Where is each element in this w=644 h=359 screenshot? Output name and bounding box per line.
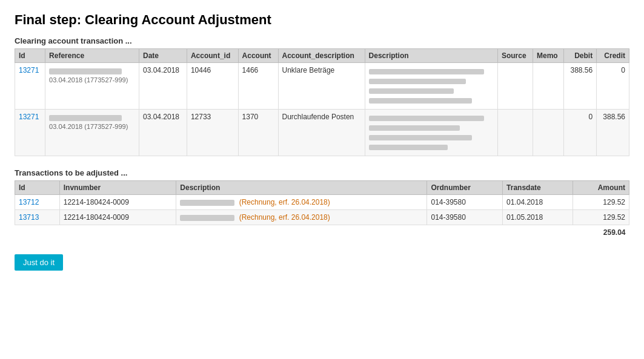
row2-source — [497, 110, 533, 156]
row2-account-description: Durchlaufende Posten — [278, 110, 365, 156]
row2-credit: 388.56 — [597, 110, 629, 156]
row2-description — [365, 110, 497, 156]
section2-label: Transactions to be adjusted ... — [15, 168, 629, 177]
trans-row1-id-link[interactable]: 13712 — [19, 198, 39, 206]
transactions-table: Id Invnumber Description Ordnumber Trans… — [15, 180, 629, 240]
row1-reference: 03.04.2018 (1773527-999) — [45, 63, 139, 110]
clearing-account-table: Id Reference Date Account_id Account Acc… — [15, 48, 629, 156]
trans-row1-ordnumber: 014-39580 — [427, 195, 503, 210]
col-credit: Credit — [597, 49, 629, 63]
trans-col-transdate: Transdate — [503, 181, 573, 195]
trans-row1-invnumber: 12214-180424-0009 — [59, 195, 176, 210]
table-row: 13271 03.04.2018 (1773527-999) 03.04.201… — [15, 63, 629, 110]
row2-debit: 0 — [564, 110, 597, 156]
trans-col-amount: Amount — [573, 181, 629, 195]
row1-account-id: 10446 — [187, 63, 238, 110]
trans-row: 13713 12214-180424-0009 (Rechnung, erf. … — [15, 210, 629, 225]
row2-id: 13271 — [15, 110, 45, 156]
row1-account-description: Unklare Beträge — [278, 63, 365, 110]
trans-col-ordnumber: Ordnumber — [427, 181, 503, 195]
col-description: Description — [365, 49, 497, 63]
trans-row1-description: (Rechnung, erf. 26.04.2018) — [176, 195, 427, 210]
row2-account-id: 12733 — [187, 110, 238, 156]
trans-row1-transdate: 01.04.2018 — [503, 195, 573, 210]
page-title: Final step: Clearing Account Adjustment — [15, 12, 629, 28]
table-row: 13271 03.04.2018 (1773527-999) 03.04.201… — [15, 110, 629, 156]
row2-reference: 03.04.2018 (1773527-999) — [45, 110, 139, 156]
col-date: Date — [139, 49, 187, 63]
trans-total-row: 259.04 — [15, 225, 629, 240]
trans-col-invnumber: Invnumber — [59, 181, 176, 195]
row1-memo — [533, 63, 564, 110]
trans-col-description: Description — [176, 181, 427, 195]
col-reference: Reference — [45, 49, 139, 63]
trans-col-id: Id — [15, 181, 60, 195]
trans-row2-id: 13713 — [15, 210, 60, 225]
row1-debit: 388.56 — [564, 63, 597, 110]
col-source: Source — [497, 49, 533, 63]
trans-row2-id-link[interactable]: 13713 — [19, 213, 39, 222]
row1-date: 03.04.2018 — [139, 63, 187, 110]
row1-id-link[interactable]: 13271 — [19, 66, 39, 74]
col-account-id: Account_id — [187, 49, 238, 63]
trans-row2-description: (Rechnung, erf. 26.04.2018) — [176, 210, 427, 225]
row2-id-link[interactable]: 13271 — [19, 113, 39, 121]
trans-row2-ordnumber: 014-39580 — [427, 210, 503, 225]
row1-account: 1466 — [238, 63, 278, 110]
row1-id: 13271 — [15, 63, 45, 110]
col-debit: Debit — [564, 49, 597, 63]
row1-description — [365, 63, 497, 110]
col-memo: Memo — [533, 49, 564, 63]
row2-account: 1370 — [238, 110, 278, 156]
trans-total-amount: 259.04 — [573, 225, 629, 240]
col-account-description: Account_description — [278, 49, 365, 63]
trans-row1-amount: 129.52 — [573, 195, 629, 210]
trans-row1-id: 13712 — [15, 195, 60, 210]
trans-row2-invnumber: 12214-180424-0009 — [59, 210, 176, 225]
row1-source — [497, 63, 533, 110]
row2-date: 03.04.2018 — [139, 110, 187, 156]
row2-memo — [533, 110, 564, 156]
section1-label: Clearing account transaction ... — [15, 36, 629, 45]
just-do-it-button[interactable]: Just do it — [15, 254, 63, 271]
trans-row: 13712 12214-180424-0009 (Rechnung, erf. … — [15, 195, 629, 210]
trans-row2-transdate: 01.05.2018 — [503, 210, 573, 225]
col-account: Account — [238, 49, 278, 63]
row1-credit: 0 — [597, 63, 629, 110]
col-id: Id — [15, 49, 45, 63]
trans-row2-amount: 129.52 — [573, 210, 629, 225]
trans-total-label — [15, 225, 573, 240]
